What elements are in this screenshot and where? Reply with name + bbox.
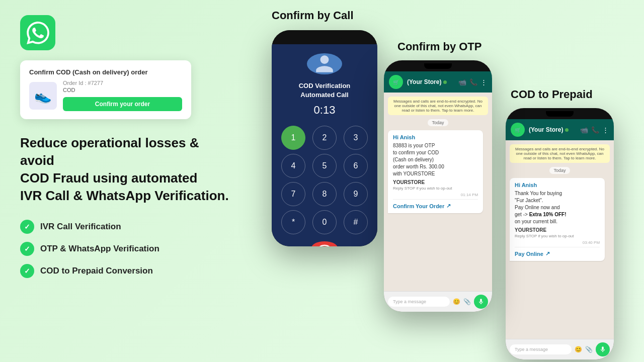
wa-confirm-link[interactable]: Confirm Your Order ↗ — [393, 199, 478, 209]
mic-icon-otp — [477, 298, 485, 305]
wa-otp-time: 01:14 PM — [393, 193, 478, 197]
check-icon-otp — [20, 242, 34, 256]
dial-0[interactable]: 0 — [312, 210, 337, 234]
call-icon[interactable]: 📞 — [469, 78, 477, 86]
attach-icon-cod: 📎 — [585, 346, 593, 353]
feature-item-cod: COD to Prepaid Conversion — [20, 264, 231, 278]
wa-cod-body: Thank You for buying"Fur Jacket".Pay Onl… — [515, 190, 600, 225]
feature-list: IVR Call Verification OTP & WhatsApp Ver… — [20, 220, 231, 278]
dial-star[interactable]: * — [281, 210, 305, 234]
wa-otp-header: 🛒 (Your Store) 📹 📞 ⋮ — [384, 71, 492, 93]
wa-cod-brand: YOURSTORE — [515, 227, 600, 233]
notch — [307, 34, 342, 41]
emoji-icon-cod: 😊 — [575, 346, 582, 353]
wa-otp-body: 83883 is your OTPto confirm your COD(Cas… — [393, 142, 478, 177]
wa-cod-message: Hi Anish Thank You for buying"Fur Jacket… — [510, 178, 605, 261]
wa-privacy-note-otp: Messages and calls are end-to-end encryp… — [388, 97, 488, 115]
cod-card-content: Order Id : #7277 COD Confirm your order — [63, 80, 182, 111]
phone-cod: 🛒 (Your Store) 📹 📞 ⋮ Messages and calls … — [506, 108, 614, 359]
wa-otp-brand: YOURSTORE — [393, 179, 478, 185]
check-icon-ivr — [20, 220, 34, 234]
wa-pay-link[interactable]: Pay Online ↗ — [515, 247, 600, 257]
mic-icon-cod — [599, 346, 606, 353]
cod-card-title: Confirm COD (Cash on delivery) order — [29, 68, 182, 76]
online-dot-otp — [443, 80, 447, 84]
dial-1[interactable]: 1 — [281, 126, 305, 150]
wa-date-badge-otp: Today — [428, 119, 448, 126]
external-link-icon-cod: ↗ — [545, 250, 550, 257]
mic-button-cod[interactable] — [596, 342, 610, 356]
wa-otp-greeting: Hi Anish — [393, 134, 478, 140]
notch-otp — [424, 63, 452, 69]
wa-cod-notch — [506, 108, 614, 119]
call-icon-cod[interactable]: 📞 — [591, 126, 599, 134]
wa-cod-input[interactable]: Type a message — [510, 344, 572, 354]
wa-cod-inner: 🛒 (Your Store) 📹 📞 ⋮ Messages and calls … — [506, 108, 614, 359]
wa-otp-icons: 📹 📞 ⋮ — [458, 78, 487, 86]
whatsapp-logo — [20, 15, 55, 50]
dial-5[interactable]: 5 — [312, 154, 337, 178]
phone-end-icon — [315, 239, 334, 246]
wa-otp-reply-note: Reply STOP if you wish to op-out — [393, 186, 478, 191]
cod-card: Confirm COD (Cash on delivery) order 👟 O… — [20, 60, 191, 119]
shoe-image: 👟 — [29, 82, 57, 110]
wa-store-name-otp: (Your Store) — [407, 78, 454, 85]
phone-otp: 🛒 (Your Store) 📹 📞 ⋮ Messages and calls … — [384, 60, 492, 312]
emoji-icon-otp: 😊 — [453, 298, 460, 305]
wa-cod-time: 03:40 PM — [515, 240, 600, 245]
wa-privacy-note-cod: Messages and calls are end-to-end encryp… — [510, 144, 610, 163]
headline: Reduce operational losses & avoidCOD Fra… — [20, 134, 231, 205]
dial-4[interactable]: 4 — [281, 154, 305, 178]
video-call-icon-cod[interactable]: 📹 — [580, 126, 588, 134]
dial-9[interactable]: 9 — [344, 182, 368, 206]
cod-label: COD — [63, 87, 182, 93]
feature-label-otp: OTP & WhatsApp Verification — [40, 244, 159, 254]
dial-8[interactable]: 8 — [312, 182, 337, 206]
external-link-icon-otp: ↗ — [446, 203, 451, 209]
whatsapp-icon — [27, 22, 49, 44]
ivr-timer: 0:13 — [314, 104, 336, 117]
otp-section-label: Confirm by OTP — [397, 40, 481, 53]
phone-ivr: COD Verification Automated Call 0:13 1 2… — [272, 30, 377, 246]
wa-otp-notch — [384, 60, 492, 71]
feature-item-ivr: IVR Call Verification — [20, 220, 231, 234]
wa-cod-icons: 📹 📞 ⋮ — [580, 126, 609, 134]
cod-section-label: COD to Prepaid — [511, 88, 593, 101]
notch-cod — [546, 111, 574, 117]
wa-otp-input[interactable]: Type a message — [388, 297, 450, 307]
attach-icon-otp: 📎 — [463, 298, 471, 305]
wa-date-badge-cod: Today — [549, 167, 570, 174]
wa-store-name-cod: (Your Store) — [529, 126, 576, 133]
wa-store-icon-cod: 🛒 — [511, 123, 525, 137]
mic-button-otp[interactable] — [474, 295, 488, 309]
more-icon[interactable]: ⋮ — [480, 78, 487, 86]
ivr-section-label: Confirm by Call — [272, 9, 354, 22]
wa-cod-reply-note: Reply STOP if you wish to op-out — [515, 234, 600, 238]
video-call-icon[interactable]: 📹 — [458, 78, 466, 86]
wa-otp-message: Hi Anish 83883 is your OTPto confirm you… — [388, 130, 483, 213]
wa-cod-input-bar: Type a message 😊 📎 — [506, 339, 614, 359]
left-section: Confirm COD (Cash on delivery) order 👟 O… — [20, 15, 231, 278]
caller-avatar — [307, 53, 342, 74]
dial-7[interactable]: 7 — [281, 182, 305, 206]
wa-cod-header: 🛒 (Your Store) 📹 📞 ⋮ — [506, 119, 614, 140]
feature-label-ivr: IVR Call Verification — [40, 222, 121, 232]
phone-notch-ivr — [272, 30, 377, 44]
online-dot-cod — [565, 128, 569, 132]
confirm-order-button[interactable]: Confirm your order — [63, 97, 182, 111]
ivr-screen: COD Verification Automated Call 0:13 1 2… — [272, 44, 377, 246]
feature-item-otp: OTP & WhatsApp Verification — [20, 242, 231, 256]
wa-otp-chat: Messages and calls are end-to-end encryp… — [384, 93, 492, 291]
ivr-title: COD Verification Automated Call — [299, 81, 351, 100]
wa-otp-inner: 🛒 (Your Store) 📹 📞 ⋮ Messages and calls … — [384, 60, 492, 312]
dial-hash[interactable]: # — [344, 210, 368, 234]
dialpad: 1 2 3 4 5 6 7 8 9 * 0 # — [280, 126, 369, 234]
more-icon-cod[interactable]: ⋮ — [602, 126, 609, 134]
wa-otp-input-bar: Type a message 😊 📎 — [384, 291, 492, 312]
dial-6[interactable]: 6 — [344, 154, 368, 178]
end-call-button[interactable] — [311, 241, 338, 246]
dial-2[interactable]: 2 — [312, 126, 337, 150]
dial-3[interactable]: 3 — [344, 126, 368, 150]
order-id: Order Id : #7277 — [63, 80, 182, 86]
person-icon — [314, 53, 335, 74]
